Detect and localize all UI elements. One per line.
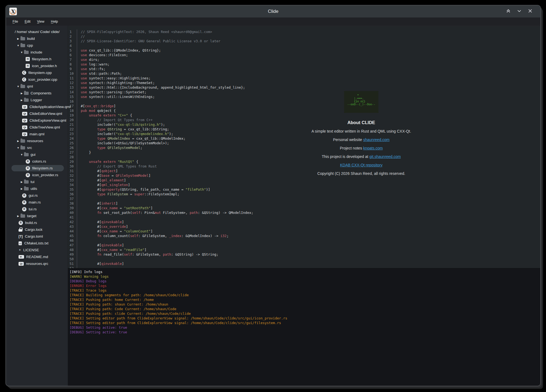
chevron-right-icon[interactable]: ▶: [16, 140, 20, 142]
tree-item-tui[interactable]: ▶tui: [6, 178, 68, 185]
tree-item-filesystem-rs[interactable]: Rfilesystem.rs: [6, 165, 68, 172]
code-text: #[inherit]: [77, 201, 118, 206]
code-line[interactable]: 41: [68, 215, 540, 220]
code-line[interactable]: 11use syntect::easy::HighlightLines;: [68, 76, 540, 80]
tree-item-cargo-lock[interactable]: Cargo.lock: [6, 226, 68, 233]
tree-item-resources[interactable]: ▶resources: [6, 137, 68, 144]
code-line[interactable]: 1// SPDX-FileCopyrightText: 2026, Shaun …: [68, 29, 540, 34]
file-explorer-sidebar[interactable]: / home/ shaun/ Code/ clide/ ▶build▼cpp▼i…: [6, 26, 68, 386]
code-line[interactable]: 39 #[cxx_name = "setRootPath"]: [68, 206, 540, 210]
chevron-down-icon[interactable]: ▼: [20, 153, 23, 156]
code-line[interactable]: 45 fn column_count(self: &FileSystem, _i…: [68, 234, 540, 238]
tree-item-qml[interactable]: ▼qml: [6, 83, 68, 90]
menu-item-edit[interactable]: Edit: [23, 19, 32, 24]
tree-item-cargo-toml[interactable]: [T]Cargo.toml: [6, 233, 68, 240]
code-line[interactable]: 3// SPDX-License-Identifier: GNU General…: [68, 39, 540, 43]
link-git-shaunreed-com[interactable]: git.shaunreed.com: [369, 154, 401, 159]
tree-item-build[interactable]: ▶build: [6, 35, 68, 42]
chevron-right-icon[interactable]: ▶: [16, 215, 20, 217]
close-button[interactable]: [527, 8, 533, 14]
code-line[interactable]: 48 #[cxx_name = "readFile"]: [68, 247, 540, 252]
code-line[interactable]: 37: [68, 196, 540, 201]
editor-pane[interactable]: 1// SPDX-FileCopyrightText: 2026, Shaun …: [68, 26, 540, 268]
chevron-right-icon[interactable]: ▶: [20, 187, 23, 190]
tree-item-clidetreeview-qml[interactable]: QtClideTreeView.qml: [6, 124, 68, 131]
code-line[interactable]: 13use syntect::html::{IncludeBackground,…: [68, 85, 540, 90]
code-line[interactable]: 33 #[qml_element]: [68, 178, 540, 182]
tree-item-gui[interactable]: ▼gui: [6, 151, 68, 158]
code-line[interactable]: 42 #[qinvokable]: [68, 220, 540, 224]
menu-item-view[interactable]: View: [36, 19, 46, 24]
code-line[interactable]: 35 #[qproperty(QString, file_path, cxx_n…: [68, 187, 540, 192]
minimize-button[interactable]: [516, 8, 522, 14]
tree-item-icon-provider-h[interactable]: Hicon_provider.h: [6, 62, 68, 69]
code-line[interactable]: 5use cxx_qt_lib::{QModelIndex, QString};: [68, 48, 540, 53]
chevron-down-icon[interactable]: ▼: [16, 146, 20, 149]
code-line[interactable]: 9use std::fs;: [68, 67, 540, 71]
code-line[interactable]: 34 #[qml_singleton]: [68, 182, 540, 187]
code-line[interactable]: 4: [68, 43, 540, 48]
code-line[interactable]: 36 type FileSystem = super::FileSystemIm…: [68, 192, 540, 196]
chevron-right-icon[interactable]: ▶: [20, 99, 23, 101]
chevron-down-icon[interactable]: ▼: [20, 51, 23, 54]
tree-item-cmakelists-txt[interactable]: CMakeLists.txt: [6, 240, 68, 247]
tree-item-main-qml[interactable]: Qtmain.qml: [6, 131, 68, 137]
tree-item-clideeditorview-qml[interactable]: QtClideEditorView.qml: [6, 110, 68, 117]
tree-item-build-rs[interactable]: Rbuild.rs: [6, 219, 68, 226]
tree-item-label: icon_provider.rs: [32, 173, 58, 177]
tree-item-colors-rs[interactable]: Rcolors.rs: [6, 158, 68, 165]
code-line[interactable]: 12use syntect::highlighting::ThemeSet;: [68, 80, 540, 85]
tree-item-resources-qrc[interactable]: Qtresources.qrc: [6, 260, 68, 267]
code-line[interactable]: 8use log::warn;: [68, 62, 540, 67]
tree-item-tui-rs[interactable]: Rtui.rs: [6, 206, 68, 213]
log-console[interactable]: [INFO] Info logs[WARN] Warning logs[DEBU…: [68, 268, 540, 386]
tree-item-icon-provider-cpp[interactable]: Cicon_provider.cpp: [6, 76, 68, 83]
link-knoats-com[interactable]: knoats.com: [363, 146, 383, 150]
code-line[interactable]: 38 #[inherit]: [68, 201, 540, 206]
code-line[interactable]: 2//: [68, 34, 540, 39]
tree-item-cpp[interactable]: ▼cpp: [6, 42, 68, 49]
code-line[interactable]: 10use std::path::Path;: [68, 71, 540, 76]
code-line[interactable]: 7use dirs;: [68, 57, 540, 62]
tree-item-utils[interactable]: ▶utils: [6, 185, 68, 192]
tree-item-main-rs[interactable]: Rmain.rs: [6, 199, 68, 206]
tree-item-filesystem-cpp[interactable]: Cfilesystem.cpp: [6, 69, 68, 76]
code-line[interactable]: 52: [68, 266, 540, 268]
code-line[interactable]: 50: [68, 257, 540, 261]
code-text: fn column_count(self: &FileSystem, _inde…: [77, 234, 229, 238]
chevron-right-icon[interactable]: ▶: [16, 37, 20, 40]
tree-item-filesystem-h[interactable]: Hfilesystem.h: [6, 56, 68, 62]
chevron-right-icon[interactable]: ▶: [20, 92, 23, 95]
link-shaunreed-com[interactable]: shaunreed.com: [363, 137, 390, 142]
tree-item-clideexplorerview-qml[interactable]: QtClideExplorerView.qml: [6, 117, 68, 124]
title-bar[interactable]: X Clide: [6, 5, 540, 17]
code-line[interactable]: 6use devicons::FileIcon;: [68, 53, 540, 57]
link-kdab-cxx-qt-repository[interactable]: KDAB CXX-Qt repository: [340, 163, 383, 167]
chevron-down-icon[interactable]: ▼: [16, 44, 20, 47]
code-text: [77, 99, 81, 104]
code-line[interactable]: 51 #[qinvokable]: [68, 261, 540, 266]
code-line[interactable]: 46: [68, 238, 540, 243]
tree-item-license[interactable]: ✶LICENSE: [6, 247, 68, 253]
chevron-right-icon[interactable]: ▶: [20, 181, 23, 183]
tree-item-clideapplicationview-qml[interactable]: QtClideApplicationView.qml: [6, 103, 68, 110]
tree-item-components[interactable]: ▶Components: [6, 90, 68, 97]
code-line[interactable]: 44 #[cxx_name = "columnCount"]: [68, 229, 540, 234]
code-text: use dirs;: [77, 57, 99, 62]
menu-item-file[interactable]: File: [11, 19, 19, 24]
tree-item-gui-rs[interactable]: Rgui.rs: [6, 192, 68, 199]
tree-item-include[interactable]: ▼include: [6, 49, 68, 56]
tree-item-logger[interactable]: ▶Logger: [6, 97, 68, 103]
tree-item-src[interactable]: ▼src: [6, 144, 68, 151]
code-line[interactable]: 47 #[qinvokable]: [68, 243, 540, 247]
code-text: pub mod qobject {: [77, 108, 116, 113]
tree-item-icon-provider-rs[interactable]: Ricon_provider.rs: [6, 172, 68, 178]
menu-item-help[interactable]: Help: [50, 19, 59, 24]
tree-item-target[interactable]: ▶target: [6, 213, 68, 219]
rollup-button[interactable]: [505, 8, 511, 14]
tree-item-readme-md[interactable]: M↓README.md: [6, 253, 68, 260]
code-line[interactable]: 43 #[cxx_override]: [68, 224, 540, 229]
code-line[interactable]: 49 fn read_file(self: &FileSystem, path:…: [68, 252, 540, 257]
code-line[interactable]: 40 fn set_root_path(self: Pin<&mut FileS…: [68, 210, 540, 215]
chevron-down-icon[interactable]: ▼: [16, 85, 20, 88]
